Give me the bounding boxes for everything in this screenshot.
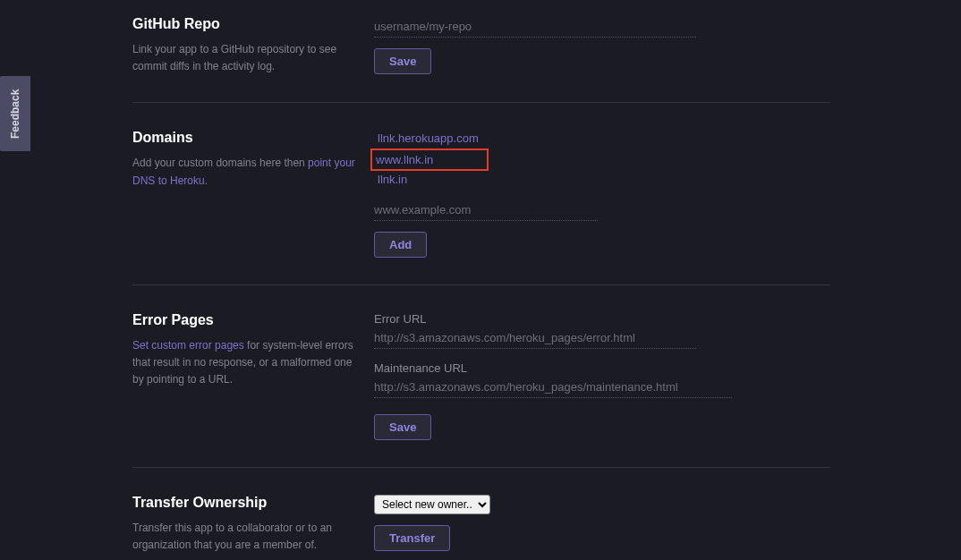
section-main: Error URL Maintenance URL Save	[374, 312, 830, 440]
owner-select[interactable]: Select new owner...	[374, 495, 490, 514]
save-button[interactable]: Save	[374, 48, 431, 74]
section-error-pages: Error Pages Set custom error pages for s…	[132, 284, 830, 467]
section-domains: Domains Add your custom domains here the…	[132, 102, 830, 284]
field-label: Error URL	[374, 312, 830, 326]
maintenance-url-field: Maintenance URL	[374, 361, 830, 398]
error-pages-help-link[interactable]: Set custom error pages	[132, 339, 244, 352]
field-label: Maintenance URL	[374, 361, 830, 375]
save-button[interactable]: Save	[374, 414, 431, 440]
section-title: Transfer Ownership	[132, 495, 356, 511]
domain-input[interactable]	[374, 199, 598, 221]
feedback-tab[interactable]: Feedback	[0, 76, 30, 151]
domain-list: llnk.herokuapp.com www.llnk.in llnk.in	[374, 130, 830, 189]
section-main: llnk.herokuapp.com www.llnk.in llnk.in A…	[374, 130, 830, 258]
section-main: Select new owner... Transfer	[374, 495, 830, 554]
add-button[interactable]: Add	[374, 232, 427, 258]
error-url-field: Error URL	[374, 312, 830, 349]
settings-content: GitHub Repo Link your app to a GitHub re…	[132, 0, 830, 560]
error-url-input[interactable]	[374, 327, 696, 349]
section-side: Error Pages Set custom error pages for s…	[132, 312, 374, 440]
domain-item[interactable]: llnk.herokuapp.com	[374, 130, 830, 148]
github-repo-input[interactable]	[374, 16, 696, 38]
section-description: Link your app to a GitHub repository to …	[132, 41, 356, 75]
domain-item[interactable]: www.llnk.in	[376, 153, 433, 166]
section-title: Domains	[132, 130, 356, 146]
section-title: GitHub Repo	[132, 16, 356, 32]
section-side: Domains Add your custom domains here the…	[132, 130, 374, 258]
domain-item-highlighted: www.llnk.in	[374, 148, 830, 171]
desc-text: .	[205, 174, 208, 187]
section-title: Error Pages	[132, 312, 356, 328]
section-description: Transfer this app to a collaborator or t…	[132, 520, 356, 554]
transfer-button[interactable]: Transfer	[374, 525, 450, 551]
section-side: GitHub Repo Link your app to a GitHub re…	[132, 16, 374, 75]
section-description: Add your custom domains here then point …	[132, 155, 356, 189]
section-transfer-ownership: Transfer Ownership Transfer this app to …	[132, 467, 830, 560]
domain-item[interactable]: llnk.in	[374, 171, 830, 189]
section-main: Save	[374, 16, 830, 75]
section-github-repo: GitHub Repo Link your app to a GitHub re…	[132, 0, 830, 102]
feedback-label: Feedback	[9, 89, 21, 138]
section-side: Transfer Ownership Transfer this app to …	[132, 495, 374, 554]
desc-text: Add your custom domains here then	[132, 157, 308, 169]
section-description: Set custom error pages for system-level …	[132, 337, 356, 389]
maintenance-url-input[interactable]	[374, 377, 732, 398]
